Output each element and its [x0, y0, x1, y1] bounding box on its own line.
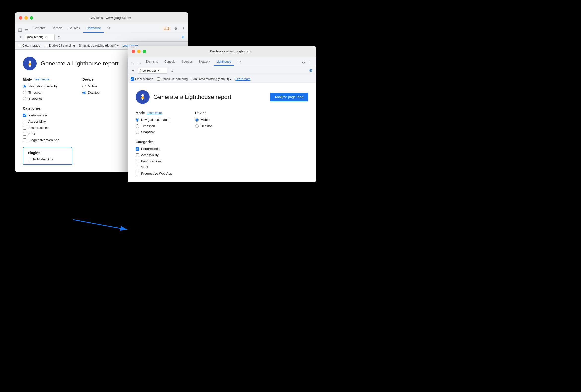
gear-button-1[interactable]: ⚙ [180, 35, 185, 40]
device-desktop-1[interactable]: Desktop [82, 90, 127, 94]
report-toolbar-2: + (new report) ▾ ⊘ ⚙ [128, 66, 316, 75]
clear-storage-label-2[interactable]: Clear storage [131, 78, 153, 81]
cat-performance-checkbox-2[interactable] [136, 147, 139, 150]
cat-seo-2[interactable]: SEO [136, 166, 308, 169]
inspect-element-icon-2[interactable]: ⬚ [130, 60, 136, 66]
cat-accessibility-checkbox-1[interactable] [23, 120, 26, 123]
report-select-1[interactable]: (new report) ▾ [25, 34, 54, 40]
device-desktop-radio-2[interactable] [195, 124, 199, 128]
tab-sources-2[interactable]: Sources [179, 58, 196, 66]
clear-storage-label-1[interactable]: Clear storage [18, 44, 40, 48]
mode-snapshot-1[interactable]: Snapshot [23, 97, 67, 100]
mode-snapshot-radio-2[interactable] [136, 130, 139, 134]
settings-icon-1[interactable]: ⚙ [173, 26, 178, 32]
tab-network-2[interactable]: Network [196, 58, 213, 66]
mode-snapshot-2[interactable]: Snapshot [136, 130, 180, 134]
report-select-2[interactable]: (new report) ▾ [138, 68, 167, 74]
tab-elements-2[interactable]: Elements [143, 58, 161, 66]
device-mobile-radio-2[interactable] [195, 118, 199, 122]
plugins-label-1: Plugins [28, 151, 67, 155]
tab-lighthouse-1[interactable]: Lighthouse [83, 24, 104, 32]
more-options-icon-2[interactable]: ⋮ [308, 59, 314, 65]
cat-accessibility-checkbox-2[interactable] [136, 153, 139, 157]
add-report-button-1[interactable]: + [18, 35, 23, 40]
lighthouse-logo-1 [23, 56, 37, 70]
tab-elements-1[interactable]: Elements [30, 24, 48, 32]
learn-more-link-2[interactable]: Learn more [235, 78, 250, 81]
mode-navigation-1[interactable]: Navigation (Default) [23, 84, 67, 88]
report-toolbar-1: + (new report) ▾ ⊘ ⚙ [15, 33, 188, 42]
maximize-button-1[interactable] [30, 16, 33, 20]
generate-panel-2: Generate a Lighthouse report Analyze pag… [128, 83, 316, 182]
mode-learn-more-2[interactable]: Learn more [147, 111, 162, 114]
device-toggle-icon-2[interactable]: ▭ [136, 60, 142, 66]
plugin-publisher-ads-checkbox-1[interactable] [28, 158, 31, 161]
clear-report-button-2[interactable]: ⊘ [169, 68, 174, 73]
mode-timespan-2[interactable]: Timespan [136, 124, 180, 128]
mode-learn-more-1[interactable]: Learn more [34, 78, 49, 81]
svg-rect-7 [142, 98, 143, 100]
cat-accessibility-2[interactable]: Accessibility [136, 153, 308, 157]
panel-header-2: Generate a Lighthouse report Analyze pag… [136, 90, 308, 104]
mode-header-2: Mode Learn more [136, 111, 180, 115]
minimize-button-2[interactable] [137, 50, 141, 53]
svg-rect-3 [29, 65, 30, 67]
close-button-1[interactable] [19, 16, 22, 20]
more-options-icon-1[interactable]: ⋮ [180, 26, 186, 32]
mode-navigation-radio-2[interactable] [136, 118, 139, 122]
title-bar-1: DevTools - www.google.com/ [15, 12, 188, 23]
mode-radio-group-2: Navigation (Default) Timespan Snapshot [136, 118, 180, 134]
cat-best-practices-checkbox-1[interactable] [23, 126, 26, 130]
throttling-dropdown-icon: ▾ [117, 44, 118, 48]
add-report-button-2[interactable]: + [131, 68, 136, 73]
close-button-2[interactable] [132, 50, 135, 53]
tab-console-2[interactable]: Console [161, 58, 178, 66]
cat-pwa-checkbox-1[interactable] [23, 138, 26, 142]
enable-js-sampling-label-2[interactable]: Enable JS sampling [157, 78, 188, 81]
device-mobile-1[interactable]: Mobile [82, 84, 127, 88]
device-mobile-2[interactable]: Mobile [195, 118, 240, 122]
device-toggle-icon[interactable]: ▭ [23, 26, 29, 32]
cat-performance-2[interactable]: Performance [136, 147, 308, 150]
maximize-button-2[interactable] [143, 50, 146, 53]
settings-icon-2[interactable]: ⚙ [300, 59, 306, 65]
minimize-button-1[interactable] [24, 16, 28, 20]
tab-lighthouse-2[interactable]: Lighthouse [213, 58, 234, 66]
cat-pwa-2[interactable]: Progressive Web App [136, 172, 308, 176]
analyze-button-2[interactable]: Analyze page load [270, 92, 308, 102]
throttling-select-2[interactable]: Simulated throttling (default) ▾ [192, 78, 231, 81]
mode-timespan-1[interactable]: Timespan [23, 90, 67, 94]
cat-pwa-checkbox-2[interactable] [136, 172, 139, 176]
device-desktop-2[interactable]: Desktop [195, 124, 240, 128]
mode-timespan-radio-2[interactable] [136, 124, 139, 128]
cat-best-practices-checkbox-2[interactable] [136, 160, 139, 163]
clear-report-button-1[interactable]: ⊘ [56, 35, 61, 40]
mode-navigation-radio-1[interactable] [23, 84, 26, 88]
clear-storage-checkbox-1[interactable] [18, 44, 21, 47]
throttling-select-1[interactable]: Simulated throttling (default) ▾ [79, 44, 118, 48]
gear-button-2[interactable]: ⚙ [308, 68, 313, 73]
devtools-window-2: DevTools - www.google.com/ ⬚ ▭ Elements … [128, 46, 316, 182]
plugin-publisher-ads-1[interactable]: Publisher Ads [28, 157, 67, 161]
mode-snapshot-radio-1[interactable] [23, 97, 26, 100]
device-mobile-radio-1[interactable] [82, 84, 86, 88]
cat-seo-checkbox-2[interactable] [136, 166, 139, 169]
enable-js-sampling-label-1[interactable]: Enable JS sampling [44, 44, 75, 48]
tab-more-1[interactable]: >> [104, 24, 114, 32]
cat-performance-checkbox-1[interactable] [23, 114, 26, 117]
mode-timespan-radio-1[interactable] [23, 91, 26, 94]
cat-seo-checkbox-1[interactable] [23, 132, 26, 136]
clear-storage-checkbox-2[interactable] [131, 78, 134, 81]
categories-label-2: Categories [136, 140, 308, 144]
enable-js-sampling-checkbox-1[interactable] [44, 44, 47, 47]
tab-more-2[interactable]: >> [235, 58, 244, 66]
tab-console-1[interactable]: Console [48, 24, 65, 32]
warning-badge-1[interactable]: ⚠ 2 [162, 26, 171, 31]
tab-sources-1[interactable]: Sources [66, 24, 83, 32]
cat-best-practices-2[interactable]: Best practices [136, 159, 308, 163]
mode-navigation-2[interactable]: Navigation (Default) [136, 118, 180, 122]
device-desktop-radio-1[interactable] [82, 91, 86, 94]
mode-section-2: Mode Learn more Navigation (Default) Tim… [136, 111, 180, 134]
inspect-element-icon[interactable]: ⬚ [17, 26, 23, 32]
enable-js-sampling-checkbox-2[interactable] [157, 78, 160, 81]
